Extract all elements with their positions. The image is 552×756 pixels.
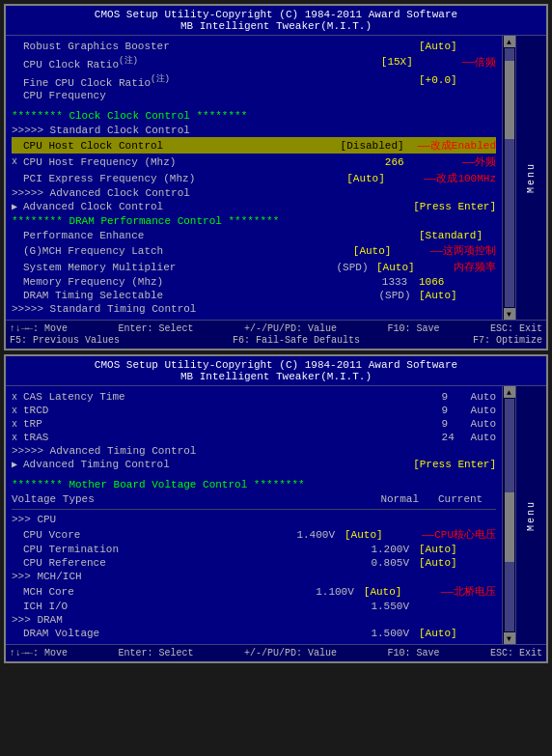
- panel-2: CMOS Setup Utility-Copyright (C) 1984-20…: [4, 354, 548, 663]
- row-label: ICH I/O: [23, 601, 351, 612]
- section-sub-text: >>>>> Standard Timing Control: [12, 303, 196, 315]
- footer-move: ↑↓→←: Move: [10, 323, 68, 334]
- row-label: tRP: [23, 418, 442, 430]
- scrollbar-2[interactable]: ▲ ▼: [502, 386, 515, 644]
- footer-f10-2: F10: Save: [387, 648, 439, 658]
- row-ich-io[interactable]: ICH I/O 1.550V: [12, 600, 496, 613]
- col2-value: Auto: [471, 418, 496, 430]
- footer-row-1: ↑↓→←: Move Enter: Select +/-/PU/PD: Valu…: [10, 323, 542, 334]
- spd-col: (SPD): [371, 290, 419, 301]
- panel-2-main: x CAS Latency Time 9 Auto x tRCD 9 Auto …: [6, 386, 502, 644]
- row-value: [Standard]: [419, 230, 496, 241]
- section-advanced-timing-sub: >>>>> Advanced Timing Control: [12, 444, 496, 458]
- row-label: Advanced Timing Control: [23, 459, 413, 470]
- group-label: >>> DRAM: [12, 614, 63, 626]
- row-prefix: x: [12, 419, 23, 430]
- row-cpu-clock-ratio[interactable]: CPU Clock Ratio(注) [15X] —— 倍频: [12, 53, 496, 71]
- row-prefix: x: [12, 433, 23, 443]
- scrollbar-1[interactable]: ▲ ▼: [502, 36, 515, 320]
- row-dram-voltage[interactable]: DRAM Voltage 1.500V [Auto]: [12, 627, 496, 640]
- row-value: [Auto]: [419, 628, 496, 639]
- divider: [12, 509, 496, 510]
- section-dram-group: >>> DRAM: [12, 613, 496, 627]
- footer-row-2: F5: Previous Values F6: Fail-Safe Defaul…: [10, 335, 542, 346]
- panel-1-header: CMOS Setup Utility-Copyright (C) 1984-20…: [6, 6, 546, 36]
- row-trp[interactable]: x tRP 9 Auto: [12, 417, 496, 431]
- normal-value: 1.500V: [351, 628, 409, 639]
- row-perf-enhance[interactable]: Performance Enhance [Standard]: [12, 229, 496, 242]
- footer-bar-1: ↑↓→←: Move Enter: Select +/-/PU/PD: Valu…: [6, 320, 546, 349]
- row-pci-express[interactable]: PCI Express Frequency (Mhz) [Auto] —— 改成…: [12, 170, 496, 186]
- panel-1-main: Robust Graphics Booster [Auto] CPU Clock…: [6, 36, 502, 320]
- row-value: [Press Enter]: [413, 459, 496, 470]
- row-value: [Auto]: [346, 173, 424, 184]
- voltage-label: Voltage Types: [12, 493, 95, 505]
- row-value: 1066: [419, 276, 496, 288]
- row-gmch-freq[interactable]: (G)MCH Frequency Latch [Auto] —— 这两项控制: [12, 242, 496, 259]
- scroll-up[interactable]: ▲: [504, 36, 515, 47]
- normal-value: 1.100V: [296, 586, 354, 598]
- section-cpu-group: >>> CPU: [12, 513, 496, 526]
- annotation-text: 改成100MHz: [436, 171, 496, 185]
- row-advanced-timing[interactable]: ▶ Advanced Timing Control [Press Enter]: [12, 458, 496, 471]
- annotation-text: 北桥电压: [454, 584, 496, 599]
- section-sub-text: >>>>> Advanced Clock Control: [12, 187, 190, 199]
- row-label: CPU Reference: [23, 557, 351, 569]
- row-advanced-clock[interactable]: ▶ Advanced Clock Control [Press Enter]: [12, 200, 496, 213]
- row-cpu-vcore[interactable]: CPU Vcore 1.400V [Auto] —— CPU核心电压: [12, 526, 496, 543]
- panel-2-title-line2: MB Intelligent Tweaker(M.I.T.): [6, 371, 546, 382]
- footer-esc-2: ESC: Exit: [490, 648, 542, 658]
- row-label: MCH Core: [23, 586, 296, 598]
- scroll-down-2[interactable]: ▼: [504, 632, 515, 644]
- sidebar-label-2: Menu: [526, 500, 537, 531]
- footer-row-3: ↑↓→←: Move Enter: Select +/-/PU/PD: Valu…: [10, 648, 542, 658]
- panel-1-title-line1: CMOS Setup Utility-Copyright (C) 1984-20…: [6, 9, 546, 20]
- row-cpu-host-freq[interactable]: x CPU Host Frequency (Mhz) 266 —— 外频: [12, 154, 496, 170]
- row-tras[interactable]: x tRAS 24 Auto: [12, 431, 496, 444]
- row-cpu-reference[interactable]: CPU Reference 0.805V [Auto]: [12, 556, 496, 570]
- row-mch-core[interactable]: MCH Core 1.100V [Auto] —— 北桥电压: [12, 583, 496, 600]
- footer-esc: ESC: Exit: [490, 323, 542, 334]
- row-label: PCI Express Frequency (Mhz): [23, 173, 346, 184]
- row-fine-cpu-clock[interactable]: Fine CPU Clock Ratio(注) [+0.0]: [12, 71, 496, 90]
- annotation-text: 倍频: [475, 55, 496, 70]
- sidebar-label: Menu: [526, 162, 537, 193]
- row-cpu-termination[interactable]: CPU Termination 1.200V [Auto]: [12, 543, 496, 556]
- panel-1: CMOS Setup Utility-Copyright (C) 1984-20…: [4, 4, 548, 350]
- col1-value: 24: [442, 432, 471, 443]
- col1-value: 9: [442, 391, 471, 403]
- normal-value: 1.550V: [351, 601, 409, 612]
- scroll-down[interactable]: ▼: [504, 308, 515, 320]
- scroll-track[interactable]: [505, 48, 514, 307]
- row-prefix: ▶: [12, 201, 23, 212]
- row-prefix: x: [12, 156, 23, 167]
- panel-2-content: x CAS Latency Time 9 Auto x tRCD 9 Auto …: [6, 386, 546, 644]
- footer-bar-2: ↑↓→←: Move Enter: Select +/-/PU/PD: Valu…: [6, 644, 546, 661]
- row-cas-latency[interactable]: x CAS Latency Time 9 Auto: [12, 390, 496, 404]
- row-sys-mem-mult[interactable]: System Memory Multiplier (SPD) [Auto] 内存…: [12, 259, 496, 275]
- voltage-types-header: Voltage Types Normal Current: [12, 492, 496, 506]
- sidebar-menu: Menu: [515, 36, 546, 320]
- row-label: Robust Graphics Booster: [23, 41, 419, 52]
- row-cpu-host-control[interactable]: CPU Host Clock Control [Disabled] —— 改成E…: [12, 137, 496, 154]
- annotation-text: 内存频率: [454, 260, 496, 274]
- row-label: Memory Frequency (Mhz): [23, 276, 371, 288]
- row-dram-timing[interactable]: DRAM Timing Selectable (SPD) [Auto]: [12, 289, 496, 302]
- footer-f5: F5: Previous Values: [10, 335, 120, 346]
- row-label: Fine CPU Clock Ratio(注): [23, 72, 419, 89]
- col1-value: 9: [442, 405, 471, 416]
- row-label: tRAS: [23, 432, 442, 443]
- row-label: Advanced Clock Control: [23, 201, 413, 212]
- footer-value: +/-/PU/PD: Value: [244, 323, 337, 334]
- section-dram-header: ******** DRAM Performance Control ******…: [12, 213, 496, 229]
- scroll-track-2[interactable]: [505, 399, 514, 631]
- row-mem-freq[interactable]: Memory Frequency (Mhz) 1333 1066: [12, 275, 496, 289]
- row-value: [Auto]: [345, 529, 422, 541]
- row-value: [Auto]: [419, 290, 496, 301]
- row-value: [+0.0]: [419, 74, 496, 86]
- row-robust-graphics[interactable]: Robust Graphics Booster [Auto]: [12, 40, 496, 53]
- scroll-up-2[interactable]: ▲: [504, 386, 515, 398]
- row-label: (G)MCH Frequency Latch: [23, 245, 353, 257]
- row-trcd[interactable]: x tRCD 9 Auto: [12, 404, 496, 417]
- row-value: 266: [385, 156, 462, 168]
